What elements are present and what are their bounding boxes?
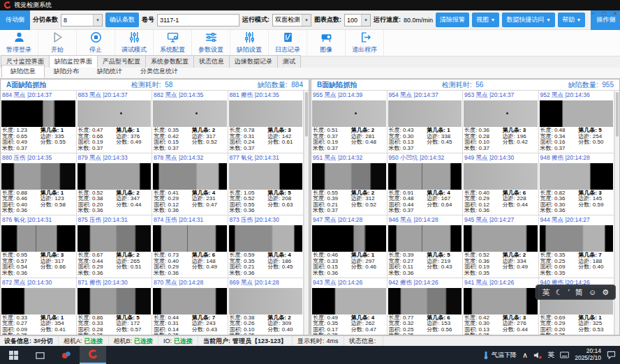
ime-simplified-toggle[interactable]: 简 <box>575 287 583 298</box>
defect-score: 分数: 0.57 <box>116 327 150 333</box>
action-center-icon[interactable] <box>607 351 616 359</box>
maximize-icon[interactable]: □ <box>602 10 606 17</box>
defect-cell[interactable]: 954 黑点 |20:14:37 长度: 0.43 宽度: 0.30 面积: 0… <box>388 91 464 153</box>
ime-language-indicator[interactable]: 英 <box>547 350 554 360</box>
defect-cell[interactable]: 947 黑点 |20:14:28 长度: 0.46 宽度: 0.33 面积: 0… <box>311 215 388 278</box>
tool-button-tune[interactable]: 调试模式 <box>115 30 154 56</box>
panel-scrollbar[interactable] <box>304 91 309 335</box>
defect-meter: 米数: 0.37 <box>389 208 427 214</box>
weather-widget[interactable]: 气温下降 <box>482 351 517 360</box>
defect-cell[interactable]: 882 黑点 |20:14:35 长度: 0.35 宽度: 0.42 面积: 0… <box>152 91 228 153</box>
defect-cell[interactable]: 941 黑点 |20:14:26 长度: 0.42 宽度: 0.30 面积: 0… <box>463 278 539 336</box>
defect-info: 长度: 0.43 宽度: 0.30 面积: 0.13 米数: 0.37 第几条:… <box>388 127 463 153</box>
emoji-icon[interactable]: ☺ <box>589 288 596 296</box>
tab-测试[interactable]: 测试 <box>277 55 301 68</box>
defect-thumbnail <box>312 163 386 190</box>
tab-边缘数据记录[interactable]: 边缘数据记录 <box>229 55 278 68</box>
defect-cell[interactable]: 951 黑点 |20:14:32 长度: 0.55 宽度: 0.39 面积: 0… <box>311 153 388 216</box>
tool-button-slidersH[interactable]: 参数设置 <box>192 30 230 56</box>
tool-button-slidersV[interactable]: 缺陷设置 <box>230 30 269 56</box>
defect-cell[interactable]: 944 黑点 |20:14:27 长度: 0.35 宽度: 0.25 面积: 0… <box>539 215 615 278</box>
tool-button-monitor[interactable]: 系统配置 <box>154 30 192 56</box>
defect-cell[interactable]: 949 黑点 |20:14:30 长度: 0.40 宽度: 0.29 面积: 0… <box>463 153 539 216</box>
defect-cell[interactable]: 876 氧化 |20:14:31 长度: 0.95 宽度: 0.57 面积: 0… <box>1 215 77 278</box>
defect-cell[interactable]: 874 压伤 |20:14:31 长度: 0.73 宽度: 0.40 面积: 0… <box>152 215 228 278</box>
tool-button-camera[interactable]: 图像 <box>307 30 346 56</box>
tool-button-play[interactable]: 开始 <box>38 30 77 56</box>
scrollbar-thumb[interactable] <box>305 92 308 137</box>
tool-button-label: 管理登录 <box>6 45 31 54</box>
tray-expand-icon[interactable]: ∧ <box>522 351 528 359</box>
slit-count-select[interactable]: 8 ▾ <box>61 14 103 26</box>
defect-cell[interactable]: 950 小凹坑 |20:14:32 长度: 0.91 宽度: 0.48 面积: … <box>388 153 464 216</box>
tab-缺陷监控界面[interactable]: 缺陷监控界面 <box>49 55 98 68</box>
defect-cell[interactable]: 871 擦伤 |20:14:30 长度: 0.86 宽度: 0.33 面积: 0… <box>77 278 153 336</box>
taskbar-active-app[interactable] <box>80 346 106 364</box>
defect-cell[interactable]: 873 压伤 |20:14:30 长度: 0.59 宽度: 0.35 面积: 0… <box>228 215 304 278</box>
defect-cell[interactable]: 952 黑点 |20:14:36 长度: 0.48 宽度: 0.34 面积: 0… <box>539 91 615 153</box>
log-icon <box>282 31 294 45</box>
ime-lang-toggle[interactable]: 英 <box>542 287 550 298</box>
drive-side-button[interactable]: 传动侧 <box>0 10 30 30</box>
defect-cell-header: 876 氧化 |20:14:31 <box>1 215 76 225</box>
defect-cell[interactable]: 955 黑点 |20:14:39 长度: 0.51 宽度: 0.37 面积: 0… <box>311 91 388 153</box>
chart-points-select[interactable]: 100 ▾ <box>344 14 371 26</box>
defect-cell[interactable]: 948 擦伤 |20:14:28 长度: 0.82 宽度: 0.36 面积: 0… <box>539 153 615 216</box>
help-menu-button[interactable]: 帮助 ▼ <box>558 13 585 27</box>
defect-cell-header: 952 黑点 |20:14:36 <box>539 91 614 100</box>
volume-button[interactable] <box>533 351 542 359</box>
defect-meter: 米数: 0.36 <box>313 271 351 277</box>
close-icon[interactable]: × <box>613 10 617 17</box>
defect-cell[interactable]: 881 擦伤 |20:14:35 长度: 0.78 宽度: 0.31 面积: 0… <box>228 91 304 153</box>
defect-cell-header: 945 黑点 |20:14:27 <box>463 215 538 225</box>
defect-cell[interactable]: 879 黑点 |20:14:33 长度: 0.52 宽度: 0.38 面积: 0… <box>77 153 153 216</box>
defect-cell[interactable]: 942 擦伤 |20:14:26 长度: 0.77 宽度: 0.32 面积: 0… <box>388 278 464 336</box>
tool-button-exit[interactable]: 退出程序 <box>346 30 384 56</box>
tool-button-user[interactable]: 管理登录 <box>0 30 38 56</box>
ime-punct-toggle[interactable]: ’ <box>568 288 569 296</box>
defect-cell[interactable]: 884 黑点 |20:14:37 长度: 1.23 宽度: 0.65 面积: 0… <box>1 91 77 153</box>
clear-alarm-button[interactable]: 清除报警 <box>436 13 469 27</box>
task-view-button[interactable] <box>27 346 53 364</box>
defect-cell[interactable]: 946 黑点 |20:14:28 长度: 0.39 宽度: 0.27 面积: 0… <box>388 215 464 278</box>
defect-cell[interactable]: 945 黑点 |20:14:27 长度: 0.52 宽度: 0.36 面积: 0… <box>463 215 539 278</box>
defect-cell[interactable]: 872 黑点 |20:14:30 长度: 0.33 宽度: 0.27 面积: 0… <box>1 278 77 336</box>
defect-cell[interactable]: 878 黑点 |20:14:32 长度: 0.41 宽度: 0.29 面积: 0… <box>152 153 228 216</box>
defect-cell[interactable]: 883 黑点 |20:14:37 长度: 0.47 宽度: 0.66 面积: 0… <box>77 91 153 153</box>
taskbar-clock[interactable]: 20:14 2025/2/10 <box>575 348 601 362</box>
confirm-count-button[interactable]: 确认条数 <box>105 13 139 27</box>
tool-button-log[interactable]: 日志记录 <box>269 30 307 56</box>
run-mode-select[interactable]: 双面检测 ▾ <box>272 14 311 26</box>
stop-icon <box>90 31 102 45</box>
defect-cell-header: 942 擦伤 |20:14:26 <box>388 278 463 288</box>
status-label: IO: <box>163 338 172 344</box>
scrollbar-thumb[interactable] <box>616 92 619 137</box>
defect-cell[interactable]: 870 黑点 |20:14:28 长度: 0.44 宽度: 0.31 面积: 0… <box>152 278 228 336</box>
tab-状态信息[interactable]: 状态信息 <box>193 55 230 68</box>
defect-cell[interactable]: 953 黑点 |20:14:37 长度: 0.36 宽度: 0.28 面积: 0… <box>463 91 539 153</box>
defect-cell[interactable]: 875 压伤 |20:14:31 长度: 0.67 宽度: 0.44 面积: 0… <box>77 215 153 278</box>
tool-button-stop[interactable]: 停止 <box>77 30 115 56</box>
gear-icon[interactable]: ⚙ <box>602 288 609 297</box>
defect-cell[interactable]: 877 氧化 |20:14:31 长度: 1.05 宽度: 0.52 面积: 0… <box>228 153 304 216</box>
moon-icon[interactable]: ☾ <box>556 288 563 297</box>
defect-cell[interactable]: 943 黑点 |20:14:26 长度: 0.49 宽度: 0.35 面积: 0… <box>311 278 388 336</box>
defect-score: 分数: 0.52 <box>192 139 226 146</box>
minimize-icon[interactable]: − <box>591 10 595 17</box>
quick-access-menu-button[interactable]: 数据快捷访问 ▼ <box>502 13 554 27</box>
subtab-缺陷信息[interactable]: 缺陷信息 <box>1 65 45 78</box>
roll-number-input[interactable] <box>157 14 239 26</box>
defect-thumbnail <box>388 225 462 252</box>
defect-info: 长度: 0.67 宽度: 0.44 面积: 0.29 米数: 0.36 第几条:… <box>77 252 152 278</box>
panel-title: A面缺陷抓拍 <box>6 80 46 90</box>
view-menu-button[interactable]: 视图 ▼ <box>472 13 499 27</box>
taskbar-app-shortcut[interactable] <box>53 346 80 364</box>
keyboard-icon[interactable] <box>560 351 569 358</box>
defect-meter: 米数: 0.35 <box>540 333 579 335</box>
defect-cell[interactable]: 869 黑点 |20:14:28 长度: 0.38 宽度: 0.26 面积: 0… <box>228 278 304 336</box>
defect-info: 长度: 0.35 宽度: 0.25 面积: 0.09 米数: 0.35 第几条:… <box>539 252 614 278</box>
subtab-分类信息统计[interactable]: 分类信息统计 <box>131 65 187 78</box>
defect-cell[interactable]: 880 压伤 |20:14:35 长度: 0.88 宽度: 0.46 面积: 0… <box>1 153 77 216</box>
windows-taskbar: 气温下降 ∧ 英 20:14 2025/2/10 <box>0 346 620 364</box>
start-button[interactable] <box>0 346 27 364</box>
